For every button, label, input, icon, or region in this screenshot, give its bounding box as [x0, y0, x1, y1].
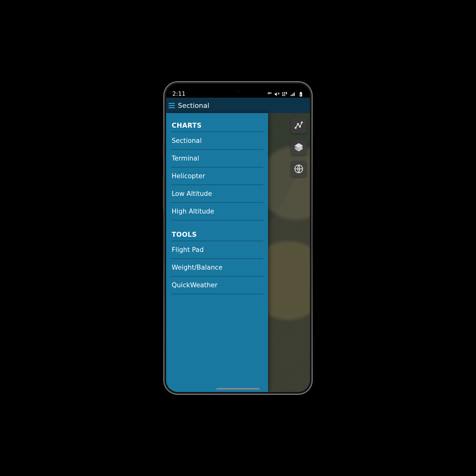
svg-point-2	[299, 126, 301, 127]
drawer-item-low-altitude[interactable]: Low Altitude	[172, 185, 262, 202]
svg-point-3	[301, 122, 303, 123]
drawer-item-quickweather[interactable]: QuickWeather	[172, 276, 262, 294]
globe-button[interactable]	[291, 161, 307, 177]
drawer-item-flight-pad[interactable]: Flight Pad	[172, 241, 262, 258]
mute-icon	[274, 91, 280, 97]
map-controls	[291, 117, 307, 177]
layers-button[interactable]	[291, 139, 307, 155]
globe-icon	[294, 164, 303, 174]
svg-point-0	[295, 127, 297, 129]
route-button[interactable]	[291, 117, 307, 134]
drawer-item-high-altitude[interactable]: High Altitude	[172, 203, 262, 220]
lte-icon: LTE4G	[282, 92, 288, 96]
volume-button-bottom	[163, 175, 164, 209]
svg-point-1	[297, 123, 299, 125]
signal-icon	[290, 91, 296, 97]
vpn-key-icon	[266, 91, 271, 97]
drawer-item-terminal[interactable]: Terminal	[172, 150, 262, 167]
page-title: Sectional	[178, 102, 209, 109]
gesture-nav-pill[interactable]	[216, 388, 260, 390]
drawer-item-weight-balance[interactable]: Weight/Balance	[172, 259, 262, 276]
drawer-item-helicopter[interactable]: Helicopter	[172, 167, 262, 185]
app-title-bar: Sectional	[166, 98, 310, 113]
volume-button-top	[163, 142, 164, 158]
tools-header: TOOLS	[172, 231, 262, 238]
battery-icon	[298, 91, 304, 97]
route-icon	[294, 121, 303, 130]
navigation-drawer: CHARTS Sectional Terminal Helicopter Low…	[166, 113, 268, 392]
front-camera	[235, 88, 241, 95]
drawer-item-sectional[interactable]: Sectional	[172, 132, 262, 149]
hamburger-menu-icon[interactable]	[169, 103, 175, 108]
status-time: 2:11	[172, 90, 186, 97]
charts-header: CHARTS	[172, 122, 262, 129]
status-icons: LTE4G	[266, 91, 304, 97]
layers-icon	[294, 143, 303, 152]
phone-frame: 2:11 LTE4G Sectional	[164, 82, 312, 394]
